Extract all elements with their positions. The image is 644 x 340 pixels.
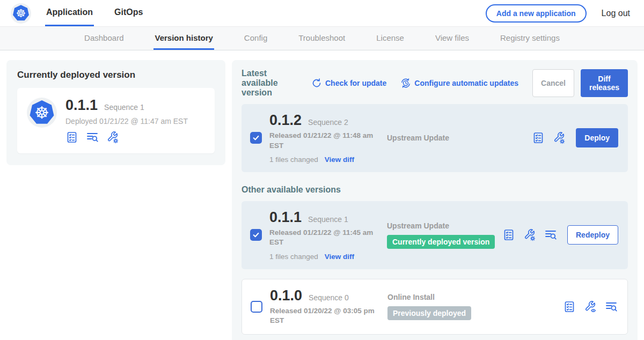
version-history-panel: Latest available version Check for updat… [232,60,638,340]
version-number: 0.1.1 [269,210,302,225]
subnav-version-history[interactable]: Version history [153,27,214,50]
deployed-sequence-label: Sequence 1 [104,103,144,112]
version-checkbox[interactable] [251,301,262,313]
cancel-button[interactable]: Cancel [532,69,574,97]
deploy-logs-icon[interactable] [86,131,99,144]
preflight-checks-icon[interactable] [65,131,78,144]
tab-gitops[interactable]: GitOps [113,0,144,26]
tab-application[interactable]: Application [45,0,94,26]
version-number: 0.1.0 [270,288,302,303]
latest-version-title: Latest available version [241,69,304,98]
sequence-label: Sequence 1 [308,215,348,224]
sequence-label: Sequence 0 [309,293,349,302]
refresh-icon [311,78,322,88]
deployed-timestamp: Deployed 01/21/22 @ 11:47 am EST [65,117,188,125]
view-diff-link[interactable]: View diff [325,156,354,164]
version-checkbox[interactable] [250,132,262,144]
version-row-0-1-1: 0.1.1 Sequence 1 Released 01/21/22 @ 11:… [241,201,628,269]
add-new-application-button[interactable]: Add a new application [486,4,587,23]
version-number: 0.1.2 [269,113,302,128]
files-changed-label: 1 files changed [269,253,318,261]
deployed-card-title: Currently deployed version [17,70,215,80]
app-sub-nav: Dashboard Version history Config Trouble… [0,27,644,50]
kubernetes-icon: ☸ [29,100,55,125]
version-source-label: Online Install [387,293,563,301]
deployed-version-box: ☸ 0.1.1 Sequence 1 Deployed 01/21/22 @ 1… [17,88,215,153]
view-diff-link[interactable]: View diff [325,253,354,261]
released-timestamp: Released 01/20/22 @ 03:05 pmEST [270,306,380,326]
version-row-0-1-2: 0.1.2 Sequence 2 Released 01/21/22 @ 11:… [241,104,628,172]
diff-releases-button[interactable]: Diff releases [581,69,628,97]
app-icon: ☸ [27,98,57,128]
subnav-troubleshoot[interactable]: Troubleshoot [297,27,346,50]
other-versions-title: Other available versions [241,185,628,195]
subnav-config[interactable]: Config [243,27,268,50]
version-checkbox[interactable] [250,229,262,241]
main-content: Currently deployed version ☸ 0.1.1 Seque… [0,50,644,340]
edit-config-icon[interactable] [523,228,536,241]
sequence-label: Sequence 2 [308,118,348,127]
files-changed-label: 1 files changed [269,156,318,164]
view-config-icon[interactable] [584,300,597,313]
checkmark-icon [252,231,260,239]
top-nav: ☸ Application GitOps Add a new applicati… [0,0,644,27]
edit-config-icon[interactable] [106,131,119,144]
subnav-license[interactable]: License [375,27,405,50]
subnav-dashboard[interactable]: Dashboard [83,27,125,50]
preflight-checks-icon[interactable] [532,131,545,144]
top-tabs: Application GitOps [45,0,144,26]
deploy-logs-icon[interactable] [605,300,618,313]
version-source-label: Upstream Update [387,221,502,230]
check-for-update-link[interactable]: Check for update [311,78,386,88]
panel-header: Latest available version Check for updat… [241,69,628,98]
subnav-view-files[interactable]: View files [434,27,470,50]
checkmark-icon [252,134,260,142]
preflight-checks-icon[interactable] [502,228,515,241]
deploy-button[interactable]: Deploy [576,128,618,147]
released-timestamp: Released 01/21/22 @ 11:45 amEST [269,228,379,247]
version-row-0-1-0: 0.1.0 Sequence 0 Released 01/20/22 @ 03:… [241,279,628,335]
currently-deployed-card: Currently deployed version ☸ 0.1.1 Seque… [6,60,225,165]
kubernetes-icon: ☸ [12,5,30,22]
currently-deployed-badge: Currently deployed version [387,235,495,249]
subnav-registry-settings[interactable]: Registry settings [499,27,561,50]
logout-button[interactable]: Log out [602,0,630,26]
schedule-update-icon [400,78,411,88]
deployed-version-number: 0.1.1 [65,98,98,113]
deploy-logs-icon[interactable] [544,228,557,241]
released-timestamp: Released 01/21/22 @ 11:48 amEST [269,131,379,150]
configure-automatic-updates-link[interactable]: Configure automatic updates [400,78,518,88]
edit-config-icon[interactable] [553,131,566,144]
app-logo[interactable]: ☸ [11,0,31,26]
preflight-checks-icon[interactable] [563,300,576,313]
previously-deployed-badge: Previously deployed [387,306,471,320]
version-source-label: Upstream Update [387,134,532,142]
redeploy-button[interactable]: Redeploy [567,225,618,245]
